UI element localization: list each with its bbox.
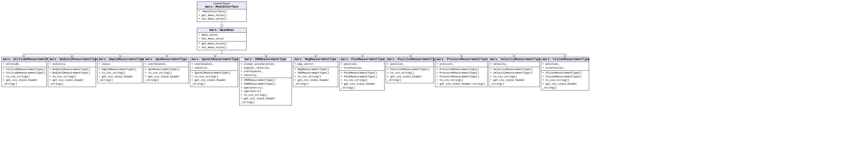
empty-meas-methods: + EmptyMeasurementType() + to_csv_string… (97, 67, 142, 83)
empty-method-1: + EmptyMeasurementType() (99, 68, 141, 71)
position-method-1: + PositionMeasurementType() (387, 68, 432, 71)
velocity-meas-box: mars::VelocityMeasurementType + velocity… (489, 57, 540, 87)
vision-meas-attrs: + position_ + orientation_ (541, 62, 589, 71)
pose-meas-header: mars::PoseMeasurementType (340, 57, 384, 62)
vision-method-1: + VisionMeasurementType() (542, 71, 588, 75)
pressure-meas-header: mars::PressureMeasurementType (435, 57, 487, 62)
vision-attr-2: + orientation_ (542, 66, 588, 70)
position-attr-1: + position_ (387, 62, 432, 66)
mag-meas-methods: + MagMeasurementType() + IMUMeasurementT… (293, 67, 338, 87)
position-meas-methods: + PositionMeasurementType() + to_csv_str… (386, 67, 434, 83)
velocity-meas-attrs: + velocity_ (489, 62, 539, 67)
imu-method-2: + IMUMeasurementType() (241, 82, 290, 86)
pose-meas-box: mars::PoseMeasurementType + position_ + … (339, 57, 384, 90)
gps-method-1: + GpsMeasurementType() (145, 68, 187, 71)
position-meas-box: mars::PositionMeasurementType + position… (386, 57, 434, 83)
attitude-meas-header: mars::AttitudeMeasurementType (2, 57, 46, 62)
mag-method-5: _string() (294, 82, 337, 86)
pose-method-2: + PoseMeasurementType() (341, 75, 383, 79)
gps-meas-attrs: + coordinates_ (144, 62, 188, 67)
base-meas-header: mars::BaseMeas (197, 28, 246, 33)
pressure-meas-methods: + PressureMeasurementType() + PressureMe… (435, 67, 487, 87)
imu-method-7: _string() (241, 101, 290, 105)
attitude-attr-1: + attitude_ (3, 62, 45, 66)
velocity-method-4: + get_csv_state_header (490, 79, 538, 82)
pose-meas-attrs: + position_ + orientation_ (340, 62, 384, 71)
position-meas-attrs: + position_ (386, 62, 434, 67)
mag-method-1: + MagMeasurementType() (294, 68, 337, 71)
gps-meas-header: mars::GpsMeasurementType (144, 57, 188, 62)
meas-interface-header: «interface» mars::MeasInterface (197, 2, 246, 9)
velocity-method-3: + to_csv_string() (490, 75, 538, 79)
gps-method-3: + get_csv_state_header (145, 75, 187, 79)
velocity-meas-header: mars::VelocityMeasurementType (489, 57, 539, 62)
base-meas-attr-2: + has_meas_noise (198, 37, 245, 41)
meas-interface-method-2: + get_meas_noise() (198, 14, 245, 18)
pressure-method-3: + PressureMeasurementType() (436, 75, 486, 79)
bodyvel-method-2: + BodyvelMeasurementType() (49, 71, 95, 75)
attitude-method-2: + AttitudeMeasurementType() (3, 71, 45, 75)
empty-meas-box: mars::EmptyMeasurementType + value_ + Em… (97, 57, 143, 83)
vision-method-4: + get_csv_state_header (542, 82, 588, 86)
empty-method-4: _string() (99, 79, 141, 82)
meas-interface-name: mars::MeasInterface (198, 5, 245, 8)
imu-attr-3: + coordinates_ (241, 70, 290, 74)
pressure-attr-1: + pressure_ (436, 62, 486, 66)
pose-attr-1: + position_ (341, 62, 383, 66)
mag-method-2: + IMUMeasurementType() (294, 71, 337, 75)
attitude-meas-box: mars::AttitudeMeasurementType + attitude… (1, 57, 47, 87)
imu-meas-box: mars::IMUMeasurementType + linear_accele… (239, 57, 292, 106)
pose-method-3: + to_csv_string() (341, 79, 383, 82)
base-meas-attr-1: + meas_noise_ (198, 33, 245, 37)
empty-method-3: + get_csv_state_header (99, 75, 141, 79)
gpsvel-method-1: + GpsVelMeasurementType() (191, 71, 237, 75)
pose-method-1: + PoseMeasurementType() (341, 71, 383, 75)
gpsvel-attr-2: + velocity_ (191, 66, 237, 70)
imu-meas-methods: + IMUMeasurementType() + IMUMeasurementT… (240, 78, 291, 105)
attitude-meas-attrs: + attitude_ (2, 62, 46, 67)
gps-meas-box: mars::GpsMeasurementType + coordinates_ … (144, 57, 189, 83)
meas-interface-method-1: + ~MeasInterface() (198, 10, 245, 14)
pose-method-5: _string() (341, 86, 383, 90)
mag-meas-header: mars::MagMeasurementType (293, 57, 338, 62)
attitude-method-4: + get_csv_state_header (3, 79, 45, 82)
gps-method-4: _string() (145, 79, 187, 82)
pressure-method-5: + get_csv_state_header_string() (436, 82, 486, 86)
pressure-method-2: + PressureMeasurementType() (436, 71, 486, 75)
meas-interface-box: «interface» mars::MeasInterface + ~MeasI… (197, 1, 247, 22)
position-meas-header: mars::PositionMeasurementType (386, 57, 434, 62)
bodyvel-meas-header: mars::BodyvelMeasurementType (48, 57, 96, 62)
vision-method-2: + VisionMeasurementType() (542, 75, 588, 79)
imu-method-4: + operator=() (241, 90, 290, 93)
mag-meas-attrs: + mag_vector_ (293, 62, 338, 67)
velocity-method-5: _string() (490, 82, 538, 86)
attitude-method-3: + to_csv_string() (3, 75, 45, 79)
position-method-4: _string() (387, 79, 432, 82)
mag-method-3: + to_csv_string() (294, 75, 337, 79)
bodyvel-method-1: + BodyvelMeasurementType() (49, 68, 95, 71)
bodyvel-meas-attrs: + velocity_ (48, 62, 96, 67)
uml-diagram: «interface» mars::MeasInterface + ~MeasI… (0, 0, 868, 146)
vision-method-5: _string() (542, 86, 588, 90)
pressure-meas-box: mars::PressureMeasurementType + pressure… (435, 57, 488, 87)
pressure-meas-attrs: + pressure_ (435, 62, 487, 67)
imu-attr-2: + angular_velocity_ (241, 66, 290, 70)
attitude-meas-methods: + AttitudeMeasurementType() + AttitudeMe… (2, 67, 46, 87)
imu-attr-4: + velocity_ (241, 74, 290, 77)
base-meas-method-2: + set_meas_noise() (198, 46, 245, 50)
velocity-method-1: + VelocityMeasurementType() (490, 68, 538, 71)
bodyvel-method-3: + to_csv_string() (49, 75, 95, 79)
bodyvel-meas-methods: + BodyvelMeasurementType() + BodyvelMeas… (48, 67, 96, 87)
imu-method-3: + operator==() (241, 86, 290, 90)
bodyvel-attr-1: + velocity_ (49, 62, 95, 66)
imu-method-6: + get_csv_state_header (241, 97, 290, 101)
vision-meas-header: mars::VisionMeasurementType (541, 57, 589, 62)
base-meas-attributes: + meas_noise_ + has_meas_noise (197, 33, 246, 41)
vision-meas-methods: + VisionMeasurementType() + VisionMeasur… (541, 71, 589, 90)
empty-method-2: + to_csv_string() (99, 71, 141, 75)
gpsvel-method-4: _string() (191, 82, 237, 86)
bodyvel-method-5: _string() (49, 82, 95, 86)
position-method-2: + to_csv_string() (387, 71, 432, 75)
bodyvel-method-4: + get_csv_state_header (49, 79, 95, 82)
velocity-method-2: + VelocityMeasurementType() (490, 71, 538, 75)
